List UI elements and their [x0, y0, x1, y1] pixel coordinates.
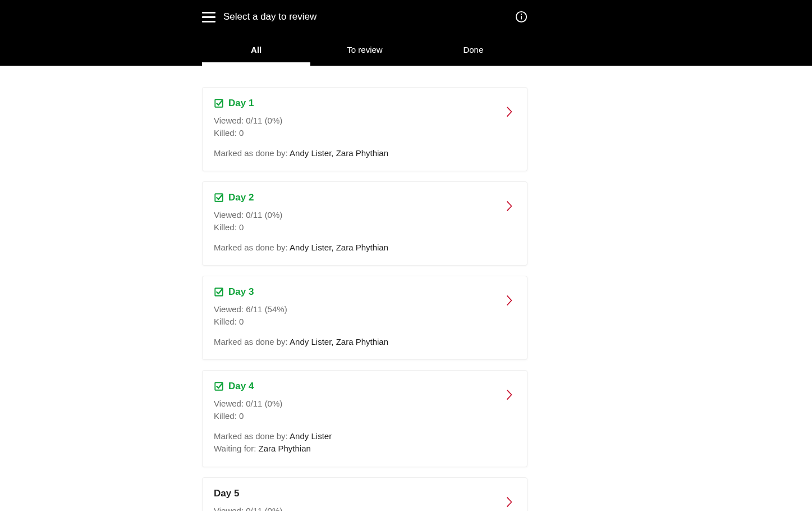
page-title: Select a day to review — [223, 11, 316, 22]
marked-prefix: Marked as done by: — [214, 148, 290, 158]
waiting-prefix: Waiting for: — [214, 444, 258, 453]
viewed-stat: Viewed: 0/11 (0%) — [214, 505, 516, 512]
marked-prefix: Marked as done by: — [214, 243, 290, 252]
waiting-for-line: Waiting for: Zara Phythian — [214, 442, 516, 455]
waiting-names: Zara Phythian — [258, 444, 310, 453]
marked-done-line: Marked as done by: Andy Lister, Zara Phy… — [214, 241, 516, 254]
meta-block: Marked as done by: Andy Lister, Zara Phy… — [214, 147, 516, 160]
day-title: Day 5 — [214, 488, 239, 499]
viewed-stat: Viewed: 0/11 (0%) — [214, 398, 516, 410]
killed-prefix: Killed: — [214, 222, 239, 232]
check-icon — [214, 287, 224, 297]
killed-value: 0 — [239, 128, 244, 138]
day-card[interactable]: Day 4Viewed: 0/11 (0%)Killed: 0Marked as… — [202, 370, 527, 467]
day-title-row: Day 1 — [214, 98, 516, 109]
day-title-row: Day 4 — [214, 381, 516, 392]
viewed-prefix: Viewed: — [214, 304, 246, 314]
killed-prefix: Killed: — [214, 128, 239, 138]
svg-point-2 — [521, 13, 522, 15]
day-title-row: Day 3 — [214, 286, 516, 298]
day-title-row: Day 5 — [214, 488, 516, 499]
tab-to-review[interactable]: To review — [310, 34, 419, 66]
marked-done-line: Marked as done by: Andy Lister, Zara Phy… — [214, 336, 516, 349]
app-header: Select a day to review AllTo reviewDone — [0, 0, 812, 66]
killed-value: 0 — [239, 411, 244, 421]
killed-value: 0 — [239, 222, 244, 232]
killed-stat: Killed: 0 — [214, 127, 516, 139]
tab-label: To review — [347, 45, 382, 54]
viewed-value: 0/11 (0%) — [246, 399, 282, 408]
check-icon — [214, 98, 224, 108]
marked-done-line: Marked as done by: Andy Lister — [214, 430, 516, 443]
viewed-prefix: Viewed: — [214, 116, 246, 125]
marked-names: Andy Lister, Zara Phythian — [290, 337, 388, 346]
day-card[interactable]: Day 3Viewed: 6/11 (54%)Killed: 0Marked a… — [202, 276, 527, 360]
viewed-value: 0/11 (0%) — [246, 210, 282, 220]
killed-stat: Killed: 0 — [214, 221, 516, 234]
tabs: AllTo reviewDone — [202, 34, 527, 66]
day-card[interactable]: Day 1Viewed: 0/11 (0%)Killed: 0Marked as… — [202, 87, 527, 171]
killed-stat: Killed: 0 — [214, 316, 516, 328]
info-icon[interactable] — [515, 11, 527, 23]
marked-prefix: Marked as done by: — [214, 337, 290, 346]
day-card[interactable]: Day 5Viewed: 0/11 (0%)Killed: 0 — [202, 477, 527, 512]
chevron-right-icon — [504, 198, 515, 215]
killed-stat: Killed: 0 — [214, 410, 516, 422]
marked-names: Andy Lister — [290, 431, 332, 441]
check-icon — [214, 193, 224, 203]
killed-prefix: Killed: — [214, 317, 239, 326]
menu-icon[interactable] — [202, 10, 215, 24]
chevron-right-icon — [504, 386, 515, 403]
check-icon — [214, 381, 224, 391]
day-title: Day 2 — [228, 192, 254, 203]
viewed-stat: Viewed: 6/11 (54%) — [214, 303, 516, 316]
day-title-row: Day 2 — [214, 192, 516, 203]
tab-all[interactable]: All — [202, 34, 310, 66]
marked-done-line: Marked as done by: Andy Lister, Zara Phy… — [214, 147, 516, 160]
marked-prefix: Marked as done by: — [214, 431, 290, 441]
day-list: Day 1Viewed: 0/11 (0%)Killed: 0Marked as… — [202, 66, 527, 511]
chevron-right-icon — [504, 103, 515, 120]
viewed-value: 0/11 (0%) — [246, 506, 282, 512]
viewed-stat: Viewed: 0/11 (0%) — [214, 209, 516, 221]
day-card[interactable]: Day 2Viewed: 0/11 (0%)Killed: 0Marked as… — [202, 181, 527, 266]
killed-value: 0 — [239, 317, 244, 326]
day-title: Day 3 — [228, 286, 254, 298]
viewed-stat: Viewed: 0/11 (0%) — [214, 115, 516, 127]
meta-block: Marked as done by: Andy ListerWaiting fo… — [214, 430, 516, 455]
viewed-prefix: Viewed: — [214, 506, 246, 512]
chevron-right-icon — [504, 292, 515, 309]
tab-label: Done — [463, 45, 483, 54]
viewed-prefix: Viewed: — [214, 399, 246, 408]
viewed-prefix: Viewed: — [214, 210, 246, 220]
viewed-value: 0/11 (0%) — [246, 116, 282, 125]
tab-done[interactable]: Done — [419, 34, 527, 66]
chevron-right-icon — [504, 494, 515, 510]
meta-block: Marked as done by: Andy Lister, Zara Phy… — [214, 336, 516, 349]
tab-label: All — [251, 45, 262, 54]
marked-names: Andy Lister, Zara Phythian — [290, 148, 388, 158]
day-title: Day 4 — [228, 381, 254, 392]
meta-block: Marked as done by: Andy Lister, Zara Phy… — [214, 241, 516, 254]
killed-prefix: Killed: — [214, 411, 239, 421]
marked-names: Andy Lister, Zara Phythian — [290, 243, 388, 252]
viewed-value: 6/11 (54%) — [246, 304, 287, 314]
day-title: Day 1 — [228, 98, 254, 109]
title-row: Select a day to review — [202, 0, 527, 34]
